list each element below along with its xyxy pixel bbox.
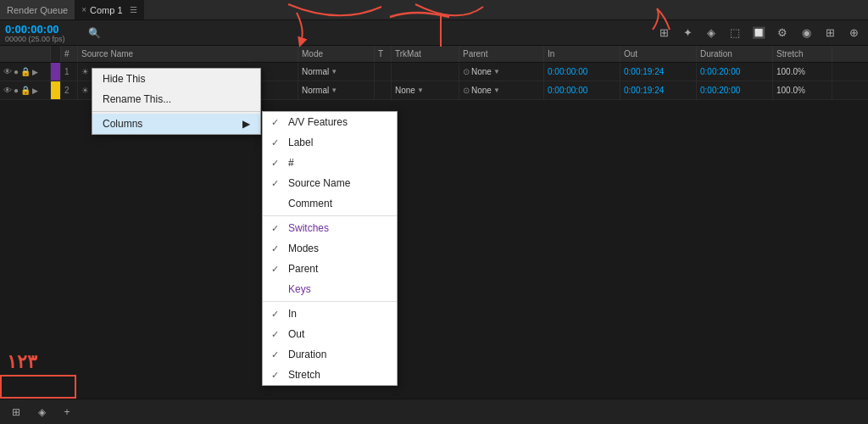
layer-expand-icon[interactable]: ▶ [32,86,38,95]
layer-t-cell [375,63,392,81]
toolbar-btn-8[interactable]: ⊞ [821,24,839,42]
submenu-separator [263,215,397,216]
toolbar-btn-4[interactable]: ⬚ [726,24,744,42]
mode-dropdown-arrow[interactable]: ▼ [331,68,337,75]
check-icon: ✓ [271,158,279,169]
timecode-display[interactable]: 0:00:00:00 [5,23,81,36]
submenu-item-comment[interactable]: ✓ Comment [263,193,397,214]
solo-icon[interactable]: ● [14,67,19,76]
submenu-item-label[interactable]: ✓ Label [263,132,397,153]
fps-label: 00000 (25.00 fps) [5,36,81,43]
render-queue-tab[interactable]: Render Queue [0,0,75,20]
layer-label-cell [51,63,61,81]
render-queue-label: Render Queue [7,5,68,15]
submenu-item-switches[interactable]: ✓ Switches [263,218,397,238]
layer-mode-cell[interactable]: Normal ▼ [298,63,375,81]
submenu-arrow-icon: ▶ [242,118,250,130]
toolbar: 0:00:00:00 00000 (25.00 fps) 🔍 ⊞ ✦ ◈ ⬚ 🔲… [0,20,868,46]
check-icon: ✓ [271,137,279,148]
col-header-num: # [61,46,78,62]
submenu-item-av-features[interactable]: ✓ A/V Features [263,112,397,132]
layer-mode-cell[interactable]: Normal ▼ [298,81,375,99]
bottom-btn-1[interactable]: ⊞ [7,403,25,421]
col-header-parent: Parent [459,46,544,62]
check-icon: ✓ [271,349,279,360]
layer-out-cell: 0:00:19:24 [620,63,697,81]
context-menu: Hide This Rename This... Columns ▶ ✓ A/V… [92,68,261,135]
layer-av-cell: 👁 ● 🔒 ▶ [0,81,51,99]
submenu-item-in[interactable]: ✓ In [263,304,397,324]
layer-trkmat-cell [392,63,459,81]
rename-this-menu-item[interactable]: Rename This... [92,89,260,109]
submenu-item-keys[interactable]: ✓ Keys [263,279,397,299]
bottom-bar: ⊞ ◈ + [0,399,868,424]
submenu-item-parent[interactable]: ✓ Parent [263,259,397,279]
hide-this-menu-item[interactable]: Hide This [92,69,260,89]
submenu-item-modes[interactable]: ✓ Modes [263,238,397,259]
check-icon: ✓ [271,309,279,320]
check-icon: ✓ [271,329,279,340]
trkmat-dropdown-arrow[interactable]: ▼ [417,86,424,94]
submenu-separator [263,301,397,302]
bottom-btn-3[interactable]: + [58,403,76,421]
col-header-av [0,46,51,62]
columns-submenu: ✓ A/V Features ✓ Label ✓ # ✓ Source Name… [262,111,398,386]
lock-icon[interactable]: 🔒 [20,67,31,76]
col-header-out: Out [620,46,697,62]
search-button[interactable]: 🔍 [86,25,102,41]
toolbar-btn-6[interactable]: ⚙ [773,24,792,42]
col-header-duration: Duration [697,46,773,62]
submenu-item-duration[interactable]: ✓ Duration [263,344,397,365]
col-header-source-name: Source Name [78,46,298,62]
mode-dropdown-arrow[interactable]: ▼ [331,86,337,94]
tab-close-icon[interactable]: × [81,5,86,14]
layer-stretch-cell: 100.0% [773,81,832,99]
layer-trkmat-cell[interactable]: None ▼ [392,81,459,99]
submenu-item-num[interactable]: ✓ # [263,153,397,173]
check-icon: ✓ [271,243,279,254]
submenu-item-source-name[interactable]: ✓ Source Name [263,173,397,193]
bottom-btn-2[interactable]: ◈ [32,403,51,421]
toolbar-btn-2[interactable]: ✦ [678,24,697,42]
toolbar-btn-9[interactable]: ⊕ [844,24,863,42]
annotation-red-box [0,375,76,399]
submenu-item-stretch[interactable]: ✓ Stretch [263,365,397,385]
comp1-tab[interactable]: × Comp 1 ☰ [75,0,143,20]
parent-dropdown-arrow[interactable]: ▼ [493,68,500,75]
timecode-block: 0:00:00:00 00000 (25.00 fps) [5,23,81,43]
check-icon: ✓ [271,178,279,189]
layer-expand-icon[interactable]: ▶ [32,68,38,76]
layer-stretch-cell: 100.0% [773,63,832,81]
title-bar: Render Queue × Comp 1 ☰ [0,0,868,20]
annotation-numbers: ١٢٣ [7,351,37,373]
layer-av-cell: 👁 ● 🔒 ▶ [0,63,51,81]
layer-parent-cell: ⊙ None ▼ [459,81,544,99]
layer-label-cell [51,81,61,99]
submenu-item-out[interactable]: ✓ Out [263,324,397,344]
layer-t-cell [375,81,392,99]
visibility-icon[interactable]: 👁 [3,86,12,95]
layer-num-cell: 2 [61,81,78,99]
solo-icon[interactable]: ● [14,86,19,95]
check-icon: ✓ [271,370,279,381]
toolbar-btn-7[interactable]: ◉ [797,24,815,42]
tab-menu-icon[interactable]: ☰ [130,5,137,14]
comp1-label: Comp 1 [90,5,123,15]
layer-in-cell: 0:00:00:00 [544,81,620,99]
check-icon: ✓ [271,264,279,275]
columns-menu-item[interactable]: Columns ▶ [92,114,260,134]
parent-dropdown-arrow[interactable]: ▼ [493,86,500,94]
toolbar-btn-1[interactable]: ⊞ [654,24,673,42]
layer-out-cell: 0:00:19:24 [620,81,697,99]
toolbar-btn-3[interactable]: ◈ [702,24,721,42]
layer-duration-cell: 0:00:20:00 [697,63,773,81]
layer-duration-cell: 0:00:20:00 [697,81,773,99]
toolbar-btn-5[interactable]: 🔲 [749,24,768,42]
col-header-trkmat: TrkMat [392,46,459,62]
check-icon: ✓ [271,223,279,234]
lock-icon[interactable]: 🔒 [20,86,31,95]
visibility-icon[interactable]: 👁 [3,67,12,76]
menu-separator [92,111,260,112]
col-header-t: T [375,46,392,62]
check-icon: ✓ [271,117,279,128]
